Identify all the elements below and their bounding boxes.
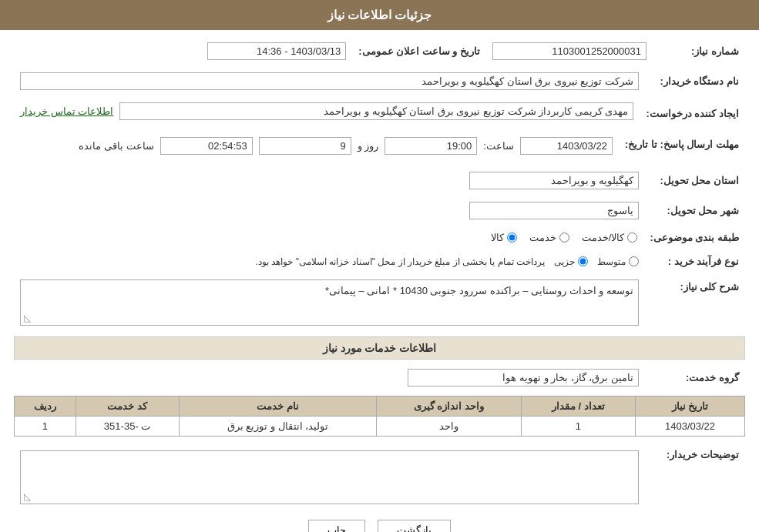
need-desc-value: توسعه و احداث روستایی – براکنده سررود جن…: [20, 279, 639, 326]
page-title: جزئیات اطلاعات نیاز: [327, 8, 432, 22]
requester-label: ایجاد کننده درخواست:: [640, 99, 745, 128]
col-qty-header: تعداد / مقدار: [521, 396, 635, 417]
col-unit-header: واحد اندازه گیری: [377, 396, 521, 417]
col-code-header: کد خدمت: [76, 396, 179, 417]
cell-qty: 1: [521, 417, 635, 437]
process-type-label: نوع فرآیند خرید :: [645, 253, 745, 270]
category-goods-service-label: کالا/خدمت: [582, 232, 625, 243]
print-button[interactable]: چاپ: [308, 520, 365, 532]
need-number-label: شماره نیاز:: [653, 39, 745, 63]
buttons-row: بازگشت چاپ: [14, 520, 745, 532]
response-deadline-label: مهلت ارسال پاسخ: تا تاریخ:: [619, 134, 745, 162]
time-label: ساعت:: [483, 140, 514, 152]
services-section-title: اطلاعات خدمات مورد نیاز: [14, 336, 745, 360]
col-row-header: ردیف: [15, 396, 76, 417]
service-group-label: گروه خدمت:: [645, 366, 745, 390]
service-group-value: تامین برق، گاز، بخار و تهویه هوا: [408, 369, 639, 386]
process-partial-option[interactable]: جزیی: [554, 256, 588, 267]
col-name-header: نام خدمت: [179, 396, 377, 417]
table-row: 1403/03/22 1 واحد تولید، انتقال و توزیع …: [15, 417, 745, 437]
buyer-org-value: شرکت توزیع نیروی برق استان کهگیلویه و بو…: [20, 72, 639, 90]
announcement-date-label: تاریخ و ساعت اعلان عمومی:: [358, 45, 480, 57]
delivery-province-value: کهگیلویه و بویراحمد: [469, 172, 639, 189]
deadline-date-value: 1403/03/22: [520, 137, 613, 155]
delivery-city-label: شهر محل تحویل:: [645, 199, 745, 223]
cell-code: ت -35-351: [76, 417, 179, 437]
category-service-label: خدمت: [529, 232, 556, 243]
category-goods-service-option[interactable]: کالا/خدمت: [582, 232, 638, 243]
process-partial-label: جزیی: [554, 256, 575, 267]
contact-info-link[interactable]: اطلاعات تماس خریدار: [20, 105, 113, 117]
cell-date: 1403/03/22: [636, 417, 745, 437]
requester-value: مهدی کریمی کاربرداز شرکت توزیع نیروی برق…: [119, 102, 633, 120]
category-goods-option[interactable]: کالا: [491, 232, 517, 243]
deadline-time-value: 19:00: [385, 137, 477, 155]
process-medium-label: متوسط: [597, 256, 626, 267]
buyer-notes-area: [20, 450, 639, 504]
remaining-value: 02:54:53: [160, 137, 253, 155]
need-desc-label: شرح کلی نیاز:: [645, 276, 745, 329]
page-header: جزئیات اطلاعات نیاز: [0, 0, 759, 30]
buyer-notes-label: توضیحات خریدار:: [645, 444, 745, 507]
cell-row: 1: [15, 417, 76, 437]
deadline-day-value: 9: [259, 137, 351, 155]
buyer-org-label: نام دستگاه خریدار:: [645, 69, 745, 93]
remaining-label: ساعت باقی مانده: [79, 140, 153, 152]
category-goods-label: کالا: [491, 232, 504, 243]
back-button[interactable]: بازگشت: [378, 520, 451, 532]
announcement-date-value: 1403/03/13 - 14:36: [207, 42, 346, 60]
delivery-province-label: استان محل تحویل:: [645, 169, 745, 192]
cell-name: تولید، انتقال و توزیع برق: [179, 417, 377, 437]
day-label: روز و: [358, 140, 379, 152]
need-number-value: 1103001252000031: [492, 42, 646, 60]
process-medium-option[interactable]: متوسط: [597, 256, 639, 267]
services-table: تاریخ نیاز تعداد / مقدار واحد اندازه گیر…: [14, 396, 745, 437]
cell-unit: واحد: [377, 417, 521, 437]
category-service-option[interactable]: خدمت: [529, 232, 569, 243]
delivery-city-value: یاسوج: [469, 202, 639, 219]
category-label: طبقه بندی موضوعی:: [643, 229, 745, 246]
col-date-header: تاریخ نیاز: [636, 396, 745, 417]
process-note: پرداخت تمام یا بخشی از مبلغ خریدار از مح…: [256, 256, 545, 267]
